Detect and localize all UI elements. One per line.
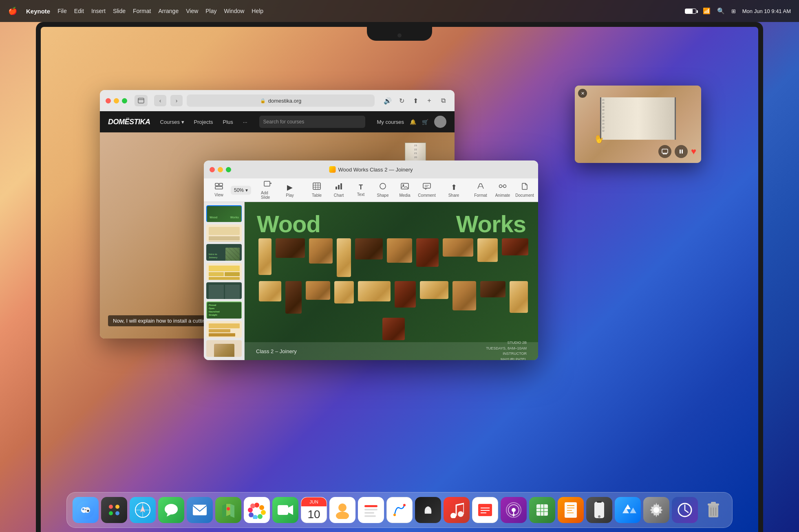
notifications-icon[interactable]: 🔔 bbox=[410, 119, 416, 125]
keynote-window[interactable]: Wood Works Class 2 — Joinery View bbox=[204, 160, 538, 360]
dock-system-settings[interactable] bbox=[643, 497, 669, 523]
dock-reminders[interactable] bbox=[358, 497, 384, 523]
table-toolbar-item[interactable]: Table bbox=[307, 180, 327, 200]
dock-photos[interactable] bbox=[244, 497, 270, 523]
slide-thumb-3[interactable]: 3 Intro to Joinery bbox=[206, 244, 242, 261]
user-avatar[interactable] bbox=[434, 116, 446, 128]
domestika-more-link[interactable]: ··· bbox=[243, 119, 247, 125]
share-toolbar-item[interactable]: ⬆ Share bbox=[444, 181, 464, 200]
back-button[interactable]: ‹ bbox=[154, 95, 166, 106]
slide-thumb-6[interactable]: 6 Pinned Open Haunched Straight bbox=[206, 301, 242, 318]
dock-maps[interactable] bbox=[215, 497, 241, 523]
pip-pause-btn[interactable] bbox=[675, 145, 688, 158]
slide-thumb-5[interactable]: 5 bbox=[206, 282, 242, 299]
dock-mail[interactable] bbox=[187, 497, 213, 523]
dock-safari[interactable] bbox=[130, 497, 156, 523]
svg-rect-62 bbox=[364, 512, 374, 514]
domestika-projects-link[interactable]: Projects bbox=[194, 119, 213, 125]
apple-logo-icon[interactable]: 🍎 bbox=[8, 7, 17, 15]
slide-thumb-1[interactable]: 1 Wood Works bbox=[206, 205, 242, 222]
menu-file[interactable]: File bbox=[57, 8, 67, 14]
tab-grid-button[interactable]: ⧉ bbox=[437, 95, 449, 106]
pip-like-button[interactable]: ♥ bbox=[691, 146, 696, 157]
dock-appstore[interactable] bbox=[615, 497, 641, 523]
dock-pages[interactable] bbox=[558, 497, 584, 523]
zoom-control[interactable]: 50% ▾ bbox=[231, 186, 251, 195]
keynote-maximize-button[interactable] bbox=[226, 167, 231, 172]
dock-calendar[interactable]: JUN 10 bbox=[301, 497, 327, 523]
my-courses-link[interactable]: My courses bbox=[377, 119, 404, 125]
text-label: Text bbox=[357, 192, 364, 197]
dock-music[interactable] bbox=[444, 497, 470, 523]
domestika-courses-link[interactable]: Courses ▾ bbox=[160, 119, 184, 125]
dock-numbers[interactable] bbox=[529, 497, 555, 523]
menu-help[interactable]: Help bbox=[252, 8, 263, 14]
dock-facetime[interactable] bbox=[272, 497, 298, 523]
pip-screen-btn[interactable] bbox=[658, 145, 671, 158]
new-tab-button[interactable]: + bbox=[424, 95, 435, 106]
menu-view[interactable]: View bbox=[186, 8, 198, 14]
maximize-button[interactable] bbox=[122, 98, 127, 103]
keynote-minimize-button[interactable] bbox=[218, 167, 223, 172]
search-input[interactable]: Search for courses bbox=[263, 119, 305, 125]
play-toolbar-item[interactable]: ▶ Play bbox=[280, 181, 300, 200]
dock-launchpad[interactable] bbox=[101, 497, 127, 523]
domestika-plus-link[interactable]: Plus bbox=[223, 119, 233, 125]
dock-screentime[interactable] bbox=[672, 497, 698, 523]
cart-icon[interactable]: 🛒 bbox=[422, 119, 428, 125]
wood-block-4 bbox=[337, 238, 351, 277]
animate-toolbar-item[interactable]: Animate bbox=[492, 180, 513, 200]
chart-toolbar-item[interactable]: Chart bbox=[329, 180, 349, 200]
wood-block-9 bbox=[477, 238, 498, 262]
comment-toolbar-item[interactable]: Comment bbox=[417, 180, 437, 200]
menu-edit[interactable]: Edit bbox=[74, 8, 84, 14]
dock-contacts[interactable] bbox=[329, 497, 355, 523]
dock-podcasts[interactable] bbox=[501, 497, 527, 523]
format-toolbar-item[interactable]: Format bbox=[470, 180, 491, 200]
media-label: Media bbox=[399, 193, 410, 198]
tab-overview-button[interactable] bbox=[135, 95, 148, 106]
spotlight-search-icon[interactable]: 🔍 bbox=[717, 7, 725, 15]
control-center-icon[interactable]: ⊞ bbox=[731, 8, 736, 14]
document-toolbar-item[interactable]: Document bbox=[514, 180, 535, 200]
menu-arrange[interactable]: Arrange bbox=[158, 8, 179, 14]
dock-messages[interactable] bbox=[158, 497, 184, 523]
dock-iphone-mirror[interactable] bbox=[586, 497, 612, 523]
shape-toolbar-item[interactable]: Shape bbox=[373, 180, 393, 200]
menu-window[interactable]: Window bbox=[224, 8, 245, 14]
text-toolbar-item[interactable]: T Text bbox=[351, 182, 371, 199]
slide-thumb-4[interactable]: 4 bbox=[206, 263, 242, 280]
pip-video-window[interactable]: ✕ 21201918171615141312 ✋ bbox=[575, 86, 701, 163]
dock-finder[interactable] bbox=[73, 497, 99, 523]
url-bar[interactable]: 🔒 domestika.org bbox=[187, 95, 375, 107]
refresh-button[interactable]: ↻ bbox=[396, 95, 407, 106]
menu-format[interactable]: Format bbox=[133, 8, 151, 14]
slide-thumb-7[interactable]: 7 bbox=[206, 321, 242, 338]
menu-slide[interactable]: Slide bbox=[113, 8, 126, 14]
dock-news[interactable] bbox=[472, 497, 498, 523]
add-slide-toolbar-item[interactable]: Add Slide bbox=[258, 179, 278, 202]
svg-point-64 bbox=[393, 514, 396, 516]
view-toolbar-item[interactable]: View bbox=[209, 181, 229, 199]
domestika-search-bar[interactable]: Search for courses bbox=[259, 116, 365, 128]
domestika-logo[interactable]: DOMËSTIKA bbox=[108, 118, 150, 126]
svg-point-37 bbox=[115, 505, 119, 509]
dock-trash[interactable] bbox=[700, 497, 726, 523]
svg-point-33 bbox=[84, 507, 90, 513]
media-toolbar-item[interactable]: Media bbox=[395, 180, 415, 200]
menu-play[interactable]: Play bbox=[205, 8, 216, 14]
slide-thumb-2[interactable]: 2 bbox=[206, 224, 242, 241]
forward-button[interactable]: › bbox=[170, 95, 183, 106]
svg-rect-13 bbox=[335, 187, 337, 189]
share-button[interactable]: ⬆ bbox=[410, 95, 421, 106]
minimize-button[interactable] bbox=[114, 98, 119, 103]
pip-close-button[interactable]: ✕ bbox=[578, 89, 587, 98]
audio-button[interactable]: 🔊 bbox=[382, 95, 393, 106]
menu-insert[interactable]: Insert bbox=[91, 8, 106, 14]
wifi-icon[interactable]: 📶 bbox=[703, 7, 711, 15]
dock-freeform[interactable] bbox=[386, 497, 413, 523]
close-button[interactable] bbox=[106, 98, 111, 103]
slide-thumb-8[interactable]: 8 bbox=[206, 340, 242, 357]
keynote-close-button[interactable] bbox=[210, 167, 215, 172]
dock-appletv[interactable]: tv bbox=[415, 497, 441, 523]
